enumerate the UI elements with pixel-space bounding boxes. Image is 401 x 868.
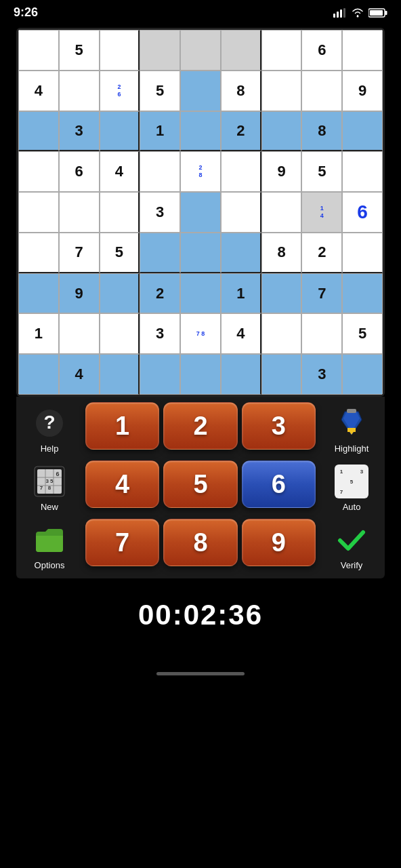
numpad-1-button[interactable]: 1 <box>85 402 159 450</box>
options-label: Options <box>35 560 65 570</box>
sudoku-cell[interactable]: 1 <box>140 111 180 152</box>
sudoku-cell[interactable]: 9 <box>59 273 100 314</box>
sudoku-cell[interactable] <box>140 30 180 71</box>
sudoku-cell[interactable] <box>180 71 221 111</box>
verify-button[interactable]: Verify <box>328 519 375 573</box>
signal-icon <box>333 8 347 18</box>
sudoku-cell[interactable]: 9 <box>261 151 302 192</box>
sudoku-cell[interactable]: 4 <box>100 151 140 192</box>
numpad-7-button[interactable]: 7 <box>85 519 159 566</box>
numpad-8-button[interactable]: 8 <box>163 519 237 566</box>
sudoku-cell[interactable] <box>140 354 180 395</box>
sudoku-cell[interactable]: 4 <box>18 71 59 111</box>
sudoku-cell[interactable] <box>140 233 180 273</box>
sudoku-cell[interactable] <box>100 354 140 395</box>
sudoku-cell[interactable]: 4 <box>59 354 100 395</box>
sudoku-cell[interactable]: 8 <box>221 71 261 111</box>
sudoku-cell[interactable]: 5 <box>301 151 342 192</box>
new-button[interactable]: 6 3 5 7 8 New <box>26 460 73 515</box>
sudoku-cell[interactable]: 5 <box>59 30 100 71</box>
sudoku-cell[interactable] <box>180 233 221 273</box>
sudoku-cell[interactable]: 3 <box>140 192 180 233</box>
sudoku-cell[interactable]: 6 <box>59 151 100 192</box>
sudoku-cell[interactable] <box>18 30 59 71</box>
numpad-3-button[interactable]: 3 <box>242 402 316 450</box>
sudoku-cell[interactable] <box>59 192 100 233</box>
numpad-9-button[interactable]: 9 <box>242 519 316 566</box>
sudoku-cell[interactable]: 8 <box>261 233 302 273</box>
sudoku-cell[interactable] <box>18 233 59 273</box>
sudoku-cell[interactable] <box>261 111 302 152</box>
sudoku-cell[interactable] <box>100 192 140 233</box>
sudoku-cell[interactable]: 3 <box>59 111 100 152</box>
sudoku-cell[interactable] <box>140 151 180 192</box>
sudoku-cell[interactable] <box>301 71 342 111</box>
sudoku-cell[interactable]: 6 <box>301 30 342 71</box>
sudoku-cell[interactable] <box>261 192 302 233</box>
sudoku-cell[interactable]: 5 <box>342 313 383 354</box>
sudoku-cell[interactable] <box>342 233 383 273</box>
options-button[interactable]: Options <box>26 519 73 573</box>
sudoku-cell[interactable] <box>221 30 261 71</box>
sudoku-cell[interactable] <box>342 111 383 152</box>
sudoku-cell[interactable]: 2 <box>221 111 261 152</box>
highlight-button[interactable]: Highlight <box>328 402 375 456</box>
sudoku-cell[interactable]: 4 <box>221 313 261 354</box>
sudoku-cell[interactable] <box>261 273 302 314</box>
sudoku-cell[interactable]: 14 <box>301 192 342 233</box>
numpad-2-button[interactable]: 2 <box>163 402 237 450</box>
sudoku-cell[interactable]: 26 <box>100 71 140 111</box>
sudoku-cell[interactable] <box>100 313 140 354</box>
sudoku-cell[interactable]: 8 <box>301 111 342 152</box>
sudoku-cell[interactable] <box>59 313 100 354</box>
sudoku-cell[interactable] <box>59 71 100 111</box>
auto-button[interactable]: 13 5 7 Auto <box>328 460 375 515</box>
sudoku-cell[interactable] <box>18 192 59 233</box>
sudoku-cell[interactable] <box>18 151 59 192</box>
numpad-6-button[interactable]: 6 <box>242 460 316 508</box>
sudoku-cell[interactable]: 5 <box>100 233 140 273</box>
sudoku-cell[interactable]: 5 <box>140 71 180 111</box>
sudoku-cell[interactable] <box>261 313 302 354</box>
sudoku-cell[interactable] <box>221 233 261 273</box>
sudoku-cell[interactable] <box>180 354 221 395</box>
sudoku-cell[interactable] <box>100 30 140 71</box>
sudoku-grid[interactable]: 564265893128642895314675829217137 84543 <box>18 30 383 395</box>
numpad-5-button[interactable]: 5 <box>163 460 237 508</box>
sudoku-cell[interactable] <box>18 111 59 152</box>
sudoku-cell[interactable] <box>221 354 261 395</box>
numpad-4-button[interactable]: 4 <box>85 460 159 508</box>
sudoku-cell[interactable]: 9 <box>342 71 383 111</box>
sudoku-cell[interactable]: 3 <box>301 354 342 395</box>
sudoku-cell[interactable]: 7 <box>59 233 100 273</box>
sudoku-cell[interactable] <box>261 354 302 395</box>
sudoku-cell[interactable] <box>180 192 221 233</box>
sudoku-cell[interactable] <box>342 354 383 395</box>
help-button[interactable]: ? Help <box>26 402 73 456</box>
sudoku-cell[interactable] <box>221 151 261 192</box>
svg-rect-2 <box>340 9 342 18</box>
sudoku-cell[interactable] <box>221 192 261 233</box>
sudoku-cell[interactable] <box>100 111 140 152</box>
sudoku-cell[interactable] <box>100 273 140 314</box>
sudoku-cell[interactable]: 1 <box>18 313 59 354</box>
sudoku-cell[interactable] <box>18 354 59 395</box>
sudoku-cell[interactable] <box>180 273 221 314</box>
sudoku-cell[interactable]: 28 <box>180 151 221 192</box>
sudoku-cell[interactable] <box>342 30 383 71</box>
sudoku-cell[interactable]: 2 <box>140 273 180 314</box>
sudoku-cell[interactable]: 2 <box>301 233 342 273</box>
sudoku-cell[interactable]: 6 <box>342 192 383 233</box>
sudoku-cell[interactable]: 7 8 <box>180 313 221 354</box>
sudoku-cell[interactable]: 7 <box>301 273 342 314</box>
sudoku-cell[interactable] <box>301 313 342 354</box>
sudoku-cell[interactable] <box>342 273 383 314</box>
sudoku-cell[interactable] <box>342 151 383 192</box>
sudoku-cell[interactable]: 1 <box>221 273 261 314</box>
sudoku-cell[interactable] <box>261 71 302 111</box>
sudoku-cell[interactable] <box>180 111 221 152</box>
sudoku-cell[interactable] <box>18 273 59 314</box>
sudoku-cell[interactable]: 3 <box>140 313 180 354</box>
sudoku-cell[interactable] <box>180 30 221 71</box>
sudoku-cell[interactable] <box>261 30 302 71</box>
